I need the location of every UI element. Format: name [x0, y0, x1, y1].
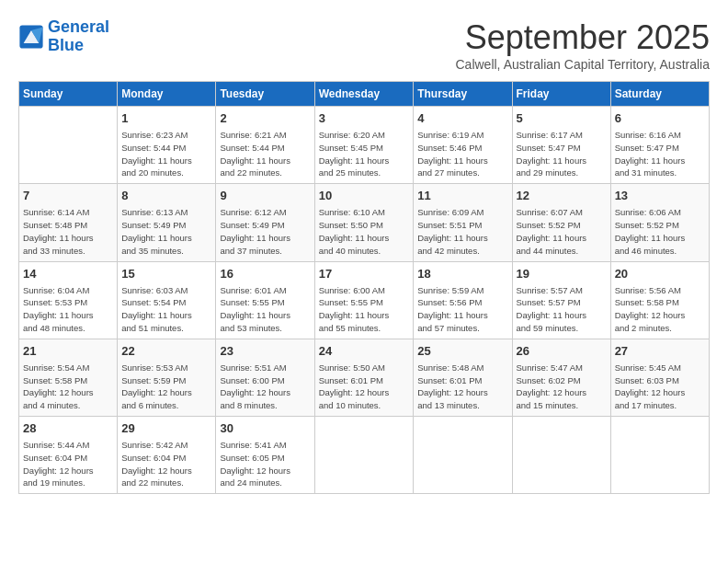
subtitle: Calwell, Australian Capital Territory, A… [456, 57, 711, 72]
day-info: Sunrise: 6:06 AM Sunset: 5:52 PM Dayligh… [615, 206, 705, 257]
calendar-cell: 7Sunrise: 6:14 AM Sunset: 5:48 PM Daylig… [19, 184, 118, 261]
day-info: Sunrise: 6:23 AM Sunset: 5:44 PM Dayligh… [121, 129, 211, 179]
calendar-week-2: 7Sunrise: 6:14 AM Sunset: 5:48 PM Daylig… [19, 184, 710, 261]
day-info: Sunrise: 5:48 AM Sunset: 6:01 PM Dayligh… [417, 362, 507, 412]
day-number: 21 [23, 343, 113, 360]
day-info: Sunrise: 6:17 AM Sunset: 5:47 PM Dayligh… [517, 129, 607, 179]
calendar-cell: 8Sunrise: 6:13 AM Sunset: 5:49 PM Daylig… [118, 184, 216, 261]
day-number: 15 [121, 266, 211, 282]
day-info: Sunrise: 5:50 AM Sunset: 6:01 PM Dayligh… [319, 362, 410, 412]
day-info: Sunrise: 6:13 AM Sunset: 5:49 PM Dayligh… [121, 206, 211, 257]
calendar-cell [19, 107, 118, 184]
day-number: 16 [220, 266, 310, 282]
logo-icon [18, 24, 44, 50]
day-info: Sunrise: 6:00 AM Sunset: 5:55 PM Dayligh… [319, 284, 410, 335]
day-number: 22 [121, 343, 211, 360]
calendar-cell [512, 417, 610, 494]
day-number: 3 [319, 110, 410, 127]
day-info: Sunrise: 6:16 AM Sunset: 5:47 PM Dayligh… [615, 129, 705, 179]
calendar-week-5: 28Sunrise: 5:44 AM Sunset: 6:04 PM Dayli… [19, 417, 710, 494]
day-number: 7 [23, 188, 113, 204]
calendar-cell: 4Sunrise: 6:19 AM Sunset: 5:46 PM Daylig… [414, 107, 512, 184]
calendar-cell: 25Sunrise: 5:48 AM Sunset: 6:01 PM Dayli… [414, 339, 512, 416]
day-number: 4 [417, 110, 507, 127]
calendar-cell: 20Sunrise: 5:56 AM Sunset: 5:58 PM Dayli… [610, 261, 709, 339]
calendar-cell: 1Sunrise: 6:23 AM Sunset: 5:44 PM Daylig… [118, 107, 216, 184]
day-info: Sunrise: 5:59 AM Sunset: 5:56 PM Dayligh… [417, 284, 507, 335]
day-number: 30 [220, 420, 310, 437]
calendar-cell: 6Sunrise: 6:16 AM Sunset: 5:47 PM Daylig… [610, 107, 709, 184]
day-info: Sunrise: 5:47 AM Sunset: 6:02 PM Dayligh… [517, 362, 607, 412]
day-info: Sunrise: 6:10 AM Sunset: 5:50 PM Dayligh… [319, 206, 410, 257]
day-info: Sunrise: 6:09 AM Sunset: 5:51 PM Dayligh… [417, 206, 507, 257]
day-number: 19 [517, 266, 607, 282]
calendar-cell: 29Sunrise: 5:42 AM Sunset: 6:04 PM Dayli… [118, 417, 216, 494]
calendar-cell: 15Sunrise: 6:03 AM Sunset: 5:54 PM Dayli… [118, 261, 216, 339]
logo: General Blue [18, 18, 109, 55]
weekday-header-friday: Friday [512, 82, 610, 107]
day-number: 11 [417, 188, 507, 204]
day-number: 8 [121, 188, 211, 204]
calendar-cell: 23Sunrise: 5:51 AM Sunset: 6:00 PM Dayli… [216, 339, 314, 416]
calendar-cell: 22Sunrise: 5:53 AM Sunset: 5:59 PM Dayli… [118, 339, 216, 416]
calendar-cell: 24Sunrise: 5:50 AM Sunset: 6:01 PM Dayli… [314, 339, 414, 416]
day-number: 2 [220, 110, 310, 127]
day-number: 26 [517, 343, 607, 360]
logo-line2: Blue [48, 36, 84, 54]
day-number: 10 [319, 188, 410, 204]
day-number: 5 [517, 110, 607, 127]
calendar-cell: 21Sunrise: 5:54 AM Sunset: 5:58 PM Dayli… [19, 339, 118, 416]
weekday-header-sunday: Sunday [19, 82, 118, 107]
calendar-cell: 5Sunrise: 6:17 AM Sunset: 5:47 PM Daylig… [512, 107, 610, 184]
day-number: 6 [615, 110, 705, 127]
day-number: 24 [319, 343, 410, 360]
day-number: 13 [615, 188, 705, 204]
calendar-cell: 27Sunrise: 5:45 AM Sunset: 6:03 PM Dayli… [610, 339, 709, 416]
calendar-cell: 30Sunrise: 5:41 AM Sunset: 6:05 PM Dayli… [216, 417, 314, 494]
calendar-cell [414, 417, 512, 494]
calendar-cell: 9Sunrise: 6:12 AM Sunset: 5:49 PM Daylig… [216, 184, 314, 261]
day-number: 14 [23, 266, 113, 282]
day-info: Sunrise: 5:53 AM Sunset: 5:59 PM Dayligh… [121, 362, 211, 412]
calendar-cell: 14Sunrise: 6:04 AM Sunset: 5:53 PM Dayli… [19, 261, 118, 339]
calendar-cell: 10Sunrise: 6:10 AM Sunset: 5:50 PM Dayli… [314, 184, 414, 261]
month-title: September 2025 [456, 18, 711, 57]
calendar-cell: 17Sunrise: 6:00 AM Sunset: 5:55 PM Dayli… [314, 261, 414, 339]
calendar-cell: 18Sunrise: 5:59 AM Sunset: 5:56 PM Dayli… [414, 261, 512, 339]
day-info: Sunrise: 5:44 AM Sunset: 6:04 PM Dayligh… [23, 439, 113, 489]
weekday-header-monday: Monday [118, 82, 216, 107]
calendar-cell: 11Sunrise: 6:09 AM Sunset: 5:51 PM Dayli… [414, 184, 512, 261]
day-info: Sunrise: 5:51 AM Sunset: 6:00 PM Dayligh… [220, 362, 310, 412]
weekday-header-tuesday: Tuesday [216, 82, 314, 107]
day-info: Sunrise: 5:45 AM Sunset: 6:03 PM Dayligh… [615, 362, 705, 412]
day-number: 9 [220, 188, 310, 204]
day-number: 27 [615, 343, 705, 360]
day-number: 20 [615, 266, 705, 282]
day-number: 18 [417, 266, 507, 282]
day-info: Sunrise: 6:03 AM Sunset: 5:54 PM Dayligh… [121, 284, 211, 335]
day-number: 25 [417, 343, 507, 360]
day-info: Sunrise: 5:56 AM Sunset: 5:58 PM Dayligh… [615, 284, 705, 335]
calendar-week-1: 1Sunrise: 6:23 AM Sunset: 5:44 PM Daylig… [19, 107, 710, 184]
calendar-table: SundayMondayTuesdayWednesdayThursdayFrid… [18, 81, 710, 494]
calendar-cell: 16Sunrise: 6:01 AM Sunset: 5:55 PM Dayli… [216, 261, 314, 339]
day-info: Sunrise: 6:04 AM Sunset: 5:53 PM Dayligh… [23, 284, 113, 335]
calendar-cell: 2Sunrise: 6:21 AM Sunset: 5:44 PM Daylig… [216, 107, 314, 184]
day-info: Sunrise: 6:19 AM Sunset: 5:46 PM Dayligh… [417, 129, 507, 179]
weekday-header-saturday: Saturday [610, 82, 709, 107]
logo-line1: General [48, 17, 109, 36]
calendar-cell: 28Sunrise: 5:44 AM Sunset: 6:04 PM Dayli… [19, 417, 118, 494]
weekday-header-wednesday: Wednesday [314, 82, 414, 107]
day-number: 29 [121, 420, 211, 437]
day-number: 23 [220, 343, 310, 360]
day-info: Sunrise: 6:07 AM Sunset: 5:52 PM Dayligh… [517, 206, 607, 257]
day-number: 12 [517, 188, 607, 204]
day-info: Sunrise: 6:12 AM Sunset: 5:49 PM Dayligh… [220, 206, 310, 257]
day-info: Sunrise: 6:14 AM Sunset: 5:48 PM Dayligh… [23, 206, 113, 257]
day-info: Sunrise: 5:57 AM Sunset: 5:57 PM Dayligh… [517, 284, 607, 335]
day-number: 28 [23, 420, 113, 437]
calendar-cell: 3Sunrise: 6:20 AM Sunset: 5:45 PM Daylig… [314, 107, 414, 184]
calendar-cell: 13Sunrise: 6:06 AM Sunset: 5:52 PM Dayli… [610, 184, 709, 261]
weekday-header-thursday: Thursday [414, 82, 512, 107]
day-number: 17 [319, 266, 410, 282]
